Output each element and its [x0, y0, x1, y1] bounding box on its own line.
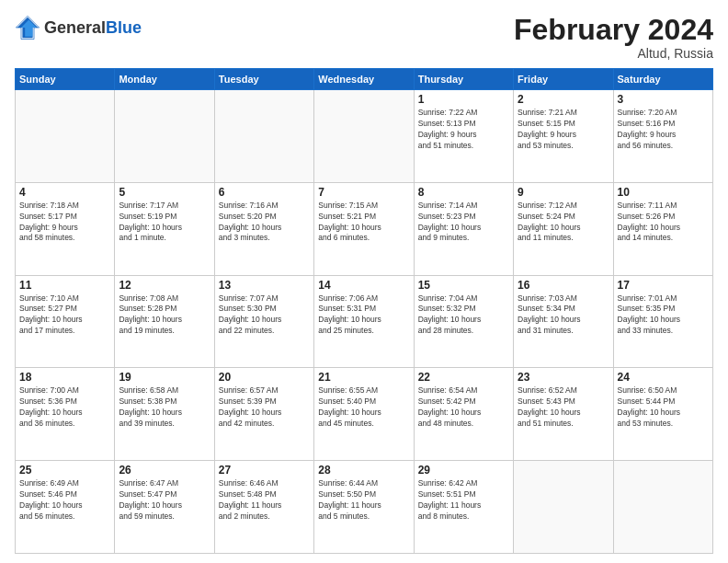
day-number: 9 [518, 186, 609, 199]
calendar-week-row: 11Sunrise: 7:10 AM Sunset: 5:27 PM Dayli… [16, 275, 713, 368]
day-number: 7 [318, 186, 409, 199]
day-info: Sunrise: 6:47 AM Sunset: 5:47 PM Dayligh… [119, 478, 210, 523]
table-row: 9Sunrise: 7:12 AM Sunset: 5:24 PM Daylig… [514, 182, 613, 275]
day-number: 22 [418, 371, 509, 384]
table-row: 25Sunrise: 6:49 AM Sunset: 5:46 PM Dayli… [16, 461, 115, 554]
day-number: 2 [518, 93, 609, 106]
calendar-header-row: Sunday Monday Tuesday Wednesday Thursday… [16, 69, 713, 90]
table-row: 20Sunrise: 6:57 AM Sunset: 5:39 PM Dayli… [214, 368, 313, 461]
calendar-table: Sunday Monday Tuesday Wednesday Thursday… [15, 68, 713, 554]
day-info: Sunrise: 6:49 AM Sunset: 5:46 PM Dayligh… [19, 478, 110, 523]
table-row: 10Sunrise: 7:11 AM Sunset: 5:26 PM Dayli… [613, 182, 712, 275]
day-number: 13 [219, 279, 310, 292]
day-info: Sunrise: 6:57 AM Sunset: 5:39 PM Dayligh… [219, 385, 310, 430]
day-number: 15 [418, 279, 509, 292]
day-number: 20 [219, 371, 310, 384]
day-info: Sunrise: 7:21 AM Sunset: 5:15 PM Dayligh… [518, 108, 609, 152]
title-location: Altud, Russia [514, 46, 713, 61]
table-row: 3Sunrise: 7:20 AM Sunset: 5:16 PM Daylig… [613, 90, 712, 183]
day-info: Sunrise: 6:46 AM Sunset: 5:48 PM Dayligh… [219, 478, 310, 523]
day-info: Sunrise: 7:15 AM Sunset: 5:21 PM Dayligh… [318, 201, 409, 245]
day-info: Sunrise: 7:16 AM Sunset: 5:20 PM Dayligh… [219, 201, 310, 245]
col-wednesday: Wednesday [314, 69, 414, 90]
day-info: Sunrise: 7:14 AM Sunset: 5:23 PM Dayligh… [418, 201, 509, 245]
day-number: 4 [19, 186, 110, 199]
table-row: 11Sunrise: 7:10 AM Sunset: 5:27 PM Dayli… [16, 275, 115, 368]
day-number: 1 [418, 93, 509, 106]
day-number: 10 [618, 186, 709, 199]
day-info: Sunrise: 6:50 AM Sunset: 5:44 PM Dayligh… [618, 385, 709, 430]
calendar-week-row: 4Sunrise: 7:18 AM Sunset: 5:17 PM Daylig… [16, 182, 713, 275]
table-row [514, 461, 613, 554]
day-number: 3 [618, 93, 709, 106]
table-row [613, 461, 712, 554]
col-friday: Friday [514, 69, 613, 90]
day-number: 27 [219, 464, 310, 477]
day-info: Sunrise: 7:22 AM Sunset: 5:13 PM Dayligh… [418, 108, 509, 152]
table-row: 2Sunrise: 7:21 AM Sunset: 5:15 PM Daylig… [514, 90, 613, 183]
table-row: 13Sunrise: 7:07 AM Sunset: 5:30 PM Dayli… [214, 275, 313, 368]
logo-blue: Blue [106, 18, 142, 37]
day-number: 29 [418, 464, 509, 477]
table-row: 17Sunrise: 7:01 AM Sunset: 5:35 PM Dayli… [613, 275, 712, 368]
day-number: 25 [19, 464, 110, 477]
table-row: 8Sunrise: 7:14 AM Sunset: 5:23 PM Daylig… [414, 182, 513, 275]
table-row: 22Sunrise: 6:54 AM Sunset: 5:42 PM Dayli… [414, 368, 513, 461]
calendar-week-row: 1Sunrise: 7:22 AM Sunset: 5:13 PM Daylig… [16, 90, 713, 183]
day-info: Sunrise: 7:07 AM Sunset: 5:30 PM Dayligh… [219, 293, 310, 338]
day-info: Sunrise: 7:00 AM Sunset: 5:36 PM Dayligh… [19, 385, 110, 430]
day-number: 8 [418, 186, 509, 199]
day-number: 21 [318, 371, 409, 384]
table-row: 26Sunrise: 6:47 AM Sunset: 5:47 PM Dayli… [115, 461, 214, 554]
table-row [214, 90, 313, 183]
day-number: 14 [318, 279, 409, 292]
table-row: 1Sunrise: 7:22 AM Sunset: 5:13 PM Daylig… [414, 90, 513, 183]
logo-icon [15, 15, 40, 40]
col-saturday: Saturday [613, 69, 712, 90]
table-row: 23Sunrise: 6:52 AM Sunset: 5:43 PM Dayli… [514, 368, 613, 461]
day-info: Sunrise: 6:44 AM Sunset: 5:50 PM Dayligh… [318, 478, 409, 523]
table-row: 7Sunrise: 7:15 AM Sunset: 5:21 PM Daylig… [314, 182, 414, 275]
col-thursday: Thursday [414, 69, 513, 90]
calendar-week-row: 25Sunrise: 6:49 AM Sunset: 5:46 PM Dayli… [16, 461, 713, 554]
day-info: Sunrise: 7:06 AM Sunset: 5:31 PM Dayligh… [318, 293, 409, 338]
col-tuesday: Tuesday [214, 69, 313, 90]
header: GeneralBlue February 2024 Altud, Russia [15, 15, 713, 61]
day-info: Sunrise: 6:42 AM Sunset: 5:51 PM Dayligh… [418, 478, 509, 523]
day-number: 18 [19, 371, 110, 384]
calendar-week-row: 18Sunrise: 7:00 AM Sunset: 5:36 PM Dayli… [16, 368, 713, 461]
logo-text: GeneralBlue [44, 19, 142, 36]
table-row: 6Sunrise: 7:16 AM Sunset: 5:20 PM Daylig… [214, 182, 313, 275]
day-number: 17 [618, 279, 709, 292]
table-row: 28Sunrise: 6:44 AM Sunset: 5:50 PM Dayli… [314, 461, 414, 554]
day-number: 12 [119, 279, 210, 292]
day-info: Sunrise: 6:58 AM Sunset: 5:38 PM Dayligh… [119, 385, 210, 430]
table-row: 16Sunrise: 7:03 AM Sunset: 5:34 PM Dayli… [514, 275, 613, 368]
col-monday: Monday [115, 69, 214, 90]
day-number: 6 [219, 186, 310, 199]
day-number: 23 [518, 371, 609, 384]
day-number: 24 [618, 371, 709, 384]
day-info: Sunrise: 7:01 AM Sunset: 5:35 PM Dayligh… [618, 293, 709, 338]
col-sunday: Sunday [16, 69, 115, 90]
day-info: Sunrise: 7:20 AM Sunset: 5:16 PM Dayligh… [618, 108, 709, 152]
logo-general: General [44, 18, 106, 37]
table-row [115, 90, 214, 183]
table-row: 18Sunrise: 7:00 AM Sunset: 5:36 PM Dayli… [16, 368, 115, 461]
table-row: 14Sunrise: 7:06 AM Sunset: 5:31 PM Dayli… [314, 275, 414, 368]
day-number: 5 [119, 186, 210, 199]
table-row: 24Sunrise: 6:50 AM Sunset: 5:44 PM Dayli… [613, 368, 712, 461]
day-info: Sunrise: 6:54 AM Sunset: 5:42 PM Dayligh… [418, 385, 509, 430]
day-info: Sunrise: 7:10 AM Sunset: 5:27 PM Dayligh… [19, 293, 110, 338]
title-month: February 2024 [514, 15, 713, 44]
day-number: 28 [318, 464, 409, 477]
day-info: Sunrise: 7:18 AM Sunset: 5:17 PM Dayligh… [19, 201, 110, 245]
table-row: 27Sunrise: 6:46 AM Sunset: 5:48 PM Dayli… [214, 461, 313, 554]
title-block: February 2024 Altud, Russia [514, 15, 713, 61]
day-info: Sunrise: 6:55 AM Sunset: 5:40 PM Dayligh… [318, 385, 409, 430]
table-row [16, 90, 115, 183]
table-row: 12Sunrise: 7:08 AM Sunset: 5:28 PM Dayli… [115, 275, 214, 368]
day-number: 16 [518, 279, 609, 292]
day-number: 26 [119, 464, 210, 477]
logo: GeneralBlue [15, 15, 142, 40]
